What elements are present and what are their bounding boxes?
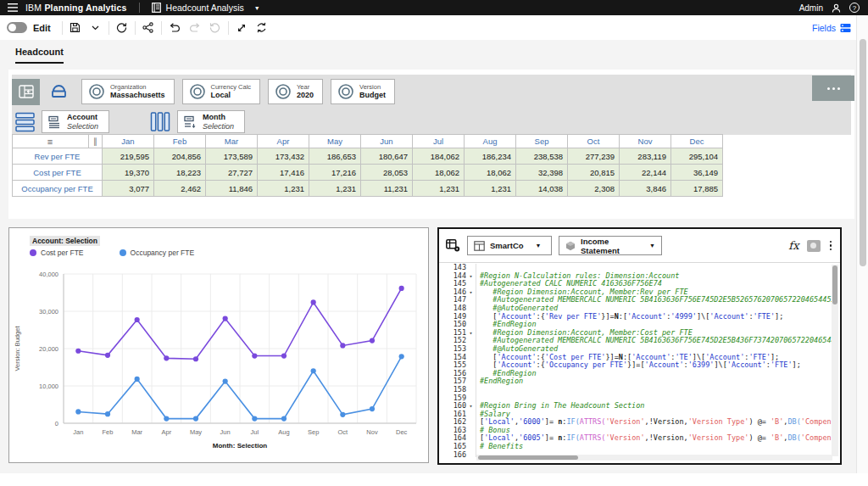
code-line[interactable]: 156 #EndRegion <box>439 370 833 378</box>
grid-cell[interactable]: 32,398 <box>516 165 568 181</box>
grid-cell[interactable]: 1,231 <box>258 181 309 197</box>
code-line[interactable]: 145#Autogenerated CALC NUMERIC 4163636F7… <box>439 280 833 288</box>
code-line[interactable]: 158 <box>439 386 833 394</box>
grid-cell[interactable]: 14,038 <box>516 181 568 197</box>
grid-cell[interactable]: 27,727 <box>206 165 258 181</box>
grid-cell[interactable]: 1,231 <box>309 181 361 197</box>
code-line[interactable]: 147 #Autogenerated MEMBERCALC NUMERIC 5B… <box>439 296 833 304</box>
grid-cell[interactable]: 186,653 <box>309 148 361 165</box>
column-header[interactable]: Mar <box>206 135 258 148</box>
grid-cell[interactable]: 277,239 <box>568 148 620 165</box>
grid-cell[interactable]: 28,053 <box>361 165 413 181</box>
grid-cell[interactable]: 3,077 <box>103 181 154 197</box>
grid-cell[interactable]: 18,062 <box>465 165 516 181</box>
context-selector-year[interactable]: Year 2020 <box>268 79 323 104</box>
grid-cell[interactable]: 1,231 <box>465 181 516 197</box>
share-button[interactable] <box>138 19 159 37</box>
fold-arrow-icon[interactable]: ▾ <box>466 329 476 338</box>
save-button[interactable] <box>65 19 86 37</box>
editor-horizontal-scrollbar[interactable] <box>476 455 832 461</box>
row-header[interactable]: Rev per FTE <box>13 148 103 165</box>
grid-cell[interactable]: 180,647 <box>361 148 413 165</box>
context-selector-version[interactable]: Version Budget <box>331 79 395 104</box>
code-line[interactable]: 155 ['Account':{'Occupancy per FTE'}]=['… <box>439 361 833 370</box>
expand-button[interactable] <box>231 19 252 37</box>
redo-button[interactable] <box>185 19 205 37</box>
column-header[interactable]: May <box>309 135 361 148</box>
code-line[interactable]: 149 ['Account':{'Rev per FTE'}]=N:['Acco… <box>439 313 833 321</box>
grid-cell[interactable]: 295,104 <box>671 148 723 165</box>
grid-cell[interactable]: 219,595 <box>103 148 154 165</box>
code-line[interactable]: 159 <box>439 394 833 403</box>
fold-arrow-icon[interactable]: ▾ <box>466 288 476 297</box>
grid-cell[interactable]: 1,231 <box>413 181 465 197</box>
sync-button[interactable] <box>252 19 272 37</box>
save-options-chevron[interactable] <box>86 19 106 37</box>
grid-cell[interactable]: 184,062 <box>413 148 465 165</box>
column-header[interactable]: Jun <box>361 135 413 148</box>
undo-button[interactable] <box>164 19 185 37</box>
context-selector-organization[interactable]: Organization Massachusetts <box>81 79 175 104</box>
page-scrollbar[interactable] <box>856 15 868 473</box>
code-line[interactable]: 157#EndRegion <box>439 377 833 386</box>
code-line[interactable]: 143 <box>439 264 833 272</box>
code-line[interactable]: 164['Local','6005']= n:IF(ATTRS('Version… <box>439 434 833 443</box>
fold-arrow-icon[interactable]: ▾ <box>466 272 476 281</box>
column-header[interactable]: Nov <box>620 135 671 148</box>
grid-cell[interactable]: 186,234 <box>465 148 516 165</box>
reset-button[interactable] <box>205 19 225 37</box>
columns-axis-icon[interactable] <box>150 112 170 131</box>
grid-cell[interactable]: 238,538 <box>516 148 568 165</box>
legend-item[interactable]: Occupancy per FTE <box>120 249 195 257</box>
grid-cell[interactable]: 11,846 <box>206 181 258 197</box>
line-chart[interactable]: 010,00020,00030,00040,000JanFebMarAprMay… <box>11 262 426 464</box>
code-line[interactable]: 160▾#Region Bring in The Headcount Secti… <box>439 402 833 411</box>
column-header[interactable]: Jul <box>413 135 465 148</box>
context-selector-currency[interactable]: Currency Calc Local <box>182 79 261 104</box>
cube-selector-dropdown[interactable]: SmartCo ▼ <box>467 236 552 255</box>
grid-cell[interactable]: 36,149 <box>671 165 723 181</box>
grid-cell[interactable]: 22,144 <box>620 165 671 181</box>
user-avatar-icon[interactable] <box>832 3 841 13</box>
grid-cell[interactable]: 283,119 <box>620 148 671 165</box>
grid-cell[interactable]: 3,846 <box>620 181 671 197</box>
edit-mode-toggle[interactable] <box>7 22 27 33</box>
code-line[interactable]: 153 #@AutoGenerated <box>439 345 833 354</box>
code-line[interactable]: 165# Benefits <box>439 443 833 451</box>
overflow-menu-button[interactable] <box>812 75 854 101</box>
grid-cell[interactable]: 204,856 <box>154 148 206 165</box>
editor-vertical-scrollbar[interactable] <box>832 265 838 456</box>
help-icon[interactable]: ? <box>849 3 860 13</box>
fold-arrow-icon[interactable]: ▾ <box>466 402 476 411</box>
column-header[interactable]: Feb <box>154 135 206 148</box>
grid-cell[interactable]: 19,370 <box>103 165 154 181</box>
code-line[interactable]: 150 #EndRegion <box>439 321 833 329</box>
benched-dimensions-icon[interactable] <box>50 83 68 100</box>
code-line[interactable]: 163# Bonus <box>439 427 833 435</box>
code-line[interactable]: 161#Salary <box>439 411 833 419</box>
grid-cell[interactable]: 173,432 <box>258 148 309 165</box>
grid-cell[interactable]: 173,589 <box>206 148 258 165</box>
code-line[interactable]: 144▾#Region N-Calculation rules: Dimensi… <box>439 272 833 281</box>
grid-cell[interactable]: 18,062 <box>413 165 465 181</box>
column-header[interactable]: Aug <box>465 135 516 148</box>
view-selector-dropdown[interactable]: Income Statement ▼ <box>559 236 662 255</box>
grid-cell[interactable]: 17,216 <box>309 165 361 181</box>
grid-cell[interactable]: 2,308 <box>568 181 620 197</box>
function-fx-button[interactable]: fx <box>788 239 798 252</box>
code-line[interactable]: 162['Local','6000']= n:IF(ATTRS('Version… <box>439 418 833 427</box>
column-header[interactable]: Apr <box>258 135 309 148</box>
axis-splitter-grip[interactable]: ∥ <box>89 135 103 148</box>
column-header[interactable]: Jan <box>103 135 154 148</box>
code-line[interactable]: 146▾ #Region Dimension:Account, Member:R… <box>439 288 833 297</box>
column-header[interactable]: Sep <box>516 135 568 148</box>
grid-cell[interactable]: 17,416 <box>258 165 309 181</box>
row-header[interactable]: Cost per FTE <box>13 165 103 181</box>
kebab-menu-icon[interactable] <box>828 239 834 253</box>
columns-selector-month[interactable]: Month Selection <box>177 110 245 133</box>
fields-button[interactable]: Fields <box>812 23 861 33</box>
snapshot-icon[interactable] <box>807 240 821 252</box>
code-line[interactable]: 152 #Autogenerated MEMBERCALC NUMERIC 5B… <box>439 337 833 345</box>
column-header[interactable]: Oct <box>568 135 620 148</box>
grid-cell[interactable]: 18,223 <box>154 165 206 181</box>
